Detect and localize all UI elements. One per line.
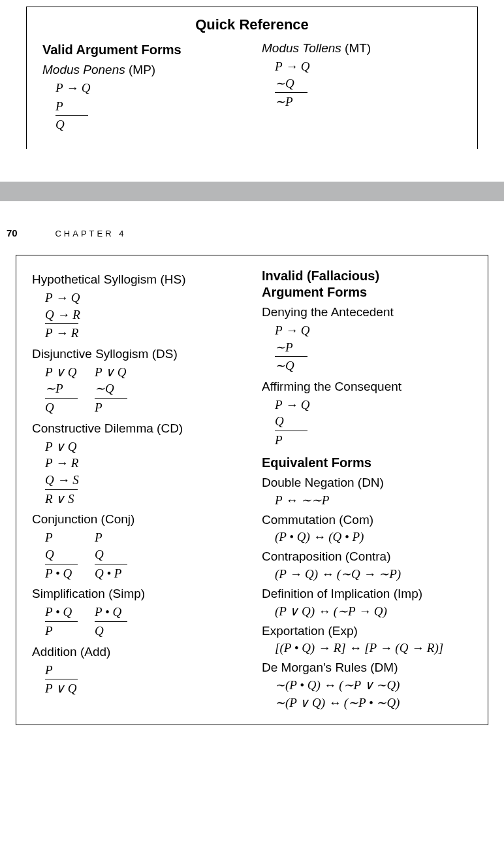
simp-name: Simplification (Simp) bbox=[32, 587, 242, 601]
cd-formula: P ∨ Q P → R Q → S R ∨ S bbox=[45, 438, 242, 508]
hs-name: Hypothetical Syllogism (HS) bbox=[32, 272, 242, 287]
contra-name: Contraposition (Contra) bbox=[262, 549, 472, 564]
contra-eq: (P → Q) ↔ (∼Q → ∼P) bbox=[275, 566, 472, 581]
exp-name: Exportation (Exp) bbox=[262, 624, 472, 638]
valid-forms-heading: Valid Argument Forms bbox=[42, 42, 242, 57]
invalid-heading-2: Argument Forms bbox=[262, 285, 472, 300]
quick-reference-box-main: Hypothetical Syllogism (HS) P → Q Q → R … bbox=[16, 255, 488, 725]
main-right-column: Invalid (Fallacious) Argument Forms Deny… bbox=[262, 267, 472, 713]
dn-eq: P ↔ ∼∼P bbox=[275, 493, 472, 508]
imp-name: Definition of Implication (Imp) bbox=[262, 587, 472, 601]
top-left-column: Valid Argument Forms Modus Ponens (MP) P… bbox=[42, 41, 242, 137]
mt-name: Modus Tollens (MT) bbox=[262, 41, 462, 56]
page-gap bbox=[0, 149, 504, 182]
quick-reference-title: Quick Reference bbox=[42, 16, 462, 33]
dm-name: De Morgan's Rules (DM) bbox=[262, 661, 472, 675]
mp-formula: P → Q P Q bbox=[55, 80, 242, 133]
com-name: Commutation (Com) bbox=[262, 513, 472, 527]
equiv-heading: Equivalent Forms bbox=[262, 455, 472, 470]
dn-name: Double Negation (DN) bbox=[262, 476, 472, 490]
simp-formula: P • Q P P • Q Q bbox=[45, 604, 242, 639]
imp-eq: (P ∨ Q) ↔ (∼P → Q) bbox=[275, 604, 472, 619]
mt-formula: P → Q ∼Q ∼P bbox=[275, 58, 462, 110]
hs-formula: P → Q Q → R P → R bbox=[45, 289, 242, 342]
page-divider-bar bbox=[0, 182, 504, 201]
mp-name: Modus Ponens (MP) bbox=[42, 63, 242, 77]
ds-name: Disjunctive Syllogism (DS) bbox=[32, 347, 242, 361]
dm-eq2: ∼(P ∨ Q) ↔ (∼P • ∼Q) bbox=[275, 695, 472, 710]
invalid-heading-1: Invalid (Fallacious) bbox=[262, 269, 472, 284]
ds-formula: P ∨ Q ∼P Q P ∨ Q ∼Q P bbox=[45, 364, 242, 416]
add-formula: P P ∨ Q bbox=[45, 662, 242, 697]
dm-eq1: ∼(P • Q) ↔ (∼P ∨ ∼Q) bbox=[275, 677, 472, 693]
da-formula: P → Q ∼P ∼Q bbox=[275, 322, 472, 374]
com-eq: (P • Q) ↔ (Q • P) bbox=[275, 530, 472, 544]
ac-formula: P → Q Q P bbox=[275, 397, 472, 449]
main-left-column: Hypothetical Syllogism (HS) P → Q Q → R … bbox=[32, 267, 242, 713]
da-name: Denying the Antecedent bbox=[262, 305, 472, 319]
chapter-label: CHAPTER 4 bbox=[55, 229, 126, 238]
quick-reference-box-top: Quick Reference Valid Argument Forms Mod… bbox=[26, 7, 478, 149]
exp-eq: [(P • Q) → R] ↔ [P → (Q → R)] bbox=[275, 641, 472, 655]
page-header: 70 CHAPTER 4 bbox=[0, 201, 504, 255]
ac-name: Affirming the Consequent bbox=[262, 380, 472, 394]
cd-name: Constructive Dilemma (CD) bbox=[32, 421, 242, 436]
top-right-column: Modus Tollens (MT) P → Q ∼Q ∼P bbox=[262, 41, 462, 137]
add-name: Addition (Add) bbox=[32, 645, 242, 659]
conj-name: Conjunction (Conj) bbox=[32, 512, 242, 527]
conj-formula: P Q P • Q P Q Q • P bbox=[45, 529, 242, 581]
page-number: 70 bbox=[7, 227, 52, 238]
